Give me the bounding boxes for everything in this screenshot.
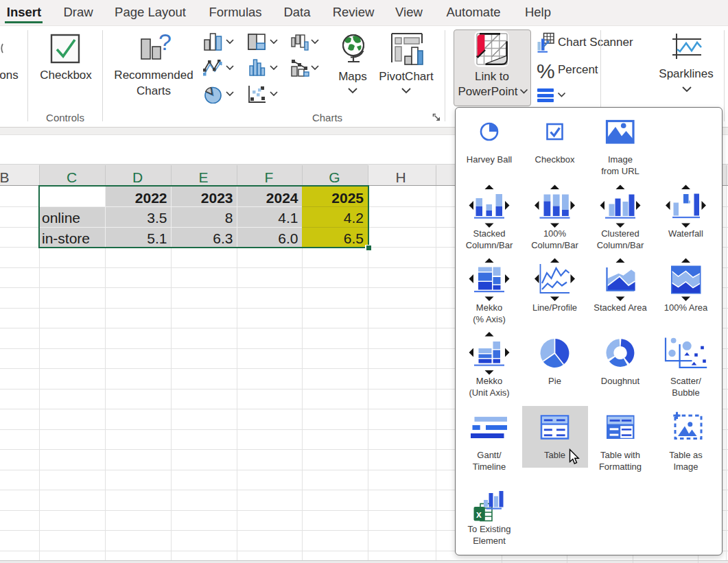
svg-text:?: ? [158, 31, 172, 55]
svg-text:x: x [476, 509, 482, 520]
